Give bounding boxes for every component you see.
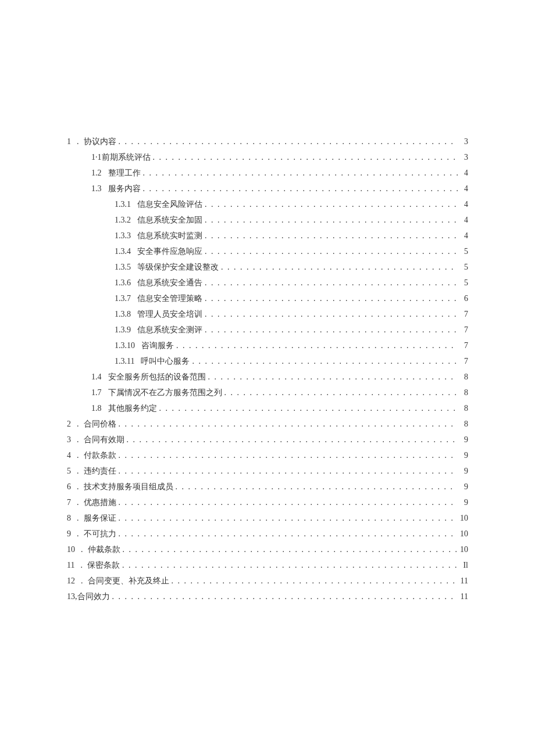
toc-leader-dots: . . . . . . . . . . . . . . . . . . . . … [116,447,458,463]
toc-entry-separator: . [73,432,84,447]
toc-entry-number: 2 [67,416,73,432]
toc-entry-page: 4 [458,181,468,196]
toc-entry-separator: . [73,447,84,463]
toc-entry-number: 4 [67,447,73,463]
toc-entry-page: 7 [458,338,468,353]
toc-entry-separator: . [73,463,84,479]
toc-entry: 1.3 服务内容. . . . . . . . . . . . . . . . … [67,181,468,196]
toc-entry-page: 4 [458,212,468,228]
toc-entry-page: 3 [458,149,468,165]
toc-leader-dots: . . . . . . . . . . . . . . . . . . . . … [151,149,458,165]
toc-leader-dots: . . . . . . . . . . . . . . . . . . . . … [202,212,456,228]
toc-entry: 9 .不可抗力. . . . . . . . . . . . . . . . .… [67,526,468,542]
toc-entry-number: 1.3.8 [115,306,133,322]
toc-entry-number: 3 [67,432,73,447]
toc-entry-page: 4 [458,165,468,181]
toc-entry-number: 1.3.11 [115,353,137,369]
toc-entry-page: 7 [458,306,468,322]
toc-leader-dots: . . . . . . . . . . . . . . . . . . . . … [124,432,458,447]
toc-entry-title: 信息系统实时监测 [137,228,202,243]
toc-entry-page: 8 [458,416,468,432]
toc-entry-title: 不可抗力 [84,526,116,542]
toc-entry-page: 3 [458,134,468,149]
toc-entry-title: 信息安全风险评估 [137,196,202,212]
toc-leader-dots: . . . . . . . . . . . . . . . . . . . . … [116,134,458,149]
toc-leader-dots: . . . . . . . . . . . . . . . . . . . . … [157,400,458,416]
toc-entry-title: 服务内容 [108,181,141,196]
toc-entry: 11 .保密条款. . . . . . . . . . . . . . . . … [67,557,468,573]
toc-entry-page: Il [458,557,468,573]
toc-entry: 1 .协议内容. . . . . . . . . . . . . . . . .… [67,134,468,149]
toc-leader-dots: . . . . . . . . . . . . . . . . . . . . … [116,463,458,479]
toc-entry-page: 9 [458,479,468,495]
toc-entry: 1.3.8 管理人员安全培训. . . . . . . . . . . . . … [67,306,468,322]
toc-entry-page: 4 [458,196,468,212]
toc-entry-page: 10 [458,542,468,557]
toc-leader-dots: . . . . . . . . . . . . . . . . . . . . … [202,291,456,306]
toc-leader-dots: . . . . . . . . . . . . . . . . . . . . … [202,196,458,212]
toc-entry-title: 管理人员安全培训 [137,306,202,322]
toc-entry-title: 合同有效期 [84,432,124,447]
toc-leader-dots: . . . . . . . . . . . . . . . . . . . . … [202,322,458,338]
toc-entry-separator: . [77,573,88,589]
toc-entry: 6 .技术支持服务项目组成员. . . . . . . . . . . . . … [67,479,468,495]
toc-leader-dots: . . . . . . . . . . . . . . . . . . . . … [219,259,456,275]
toc-entry-number: 1.3 [91,181,104,196]
toc-entry-number: 1.4 [91,369,104,385]
toc-entry-separator: . [73,495,84,510]
toc-entry: 4 .付款条款. . . . . . . . . . . . . . . . .… [67,447,468,463]
toc-entry-number: 1.3.3 [115,228,133,243]
toc-entry-page: 5 [458,259,468,275]
toc-leader-dots: . . . . . . . . . . . . . . . . . . . . … [202,306,458,322]
toc-entry-page: 8 [458,369,468,385]
toc-entry-title: 1·1前期系统评估 [91,149,151,165]
toc-entry-page: 10 [458,526,468,542]
toc-entry-number: 7 [67,495,73,510]
toc-entry-title: 信息安全管理策略 [137,291,202,306]
toc-entry-number: 11 [67,557,77,573]
toc-entry-title: 安全服务所包括的设备范围 [108,369,206,385]
toc-entry: 1.3.10 咨询服务. . . . . . . . . . . . . . .… [67,338,468,353]
toc-entry-number: 8 [67,510,73,526]
toc-entry-separator: . [77,557,87,573]
toc-leader-dots: . . . . . . . . . . . . . . . . . . . . … [174,338,458,353]
toc-entry-number: 1.2 [91,165,104,181]
toc-entry-page: 11 [458,573,468,589]
toc-entry-separator: . [73,510,84,526]
toc-entry-separator: . [73,479,84,495]
toc-leader-dots: . . . . . . . . . . . . . . . . . . . . … [206,369,458,385]
toc-entry: 13,合同效力. . . . . . . . . . . . . . . . .… [67,589,468,604]
toc-entry: 1.7 下属情况不在乙方服务范围之列. . . . . . . . . . . … [67,385,468,400]
toc-leader-dots: . . . . . . . . . . . . . . . . . . . . … [173,479,456,495]
toc-entry-number: 1.3.9 [115,322,133,338]
toc-entry: 12 .合同变更、补充及终止. . . . . . . . . . . . . … [67,573,468,589]
toc-leader-dots: . . . . . . . . . . . . . . . . . . . . … [110,589,458,604]
toc-entry-number: 6 [67,479,73,495]
toc-entry-page: 9 [458,463,468,479]
toc-entry-page: 5 [458,243,468,259]
toc-entry-title: 13,合同效力 [67,589,110,604]
toc-entry: 7 .优惠措施. . . . . . . . . . . . . . . . .… [67,495,468,510]
toc-entry: 1.3.6 信息系统安全通告. . . . . . . . . . . . . … [67,275,468,291]
toc-entry-page: 9 [458,447,468,463]
toc-entry-number: 1.3.5 [115,259,133,275]
toc-entry-number: 1 [67,134,73,149]
toc-entry: 1.3.3 信息系统实时监测. . . . . . . . . . . . . … [67,228,468,243]
toc-entry-title: 信息系统安全测评 [137,322,202,338]
toc-entry-page: 9 [458,432,468,447]
toc-entry-title: 付款条款 [84,447,116,463]
toc-entry-title: 保密条款 [87,557,120,573]
toc-entry: 1.3.9 信息系统安全测评. . . . . . . . . . . . . … [67,322,468,338]
toc-entry-number: 1.3.6 [115,275,133,291]
toc-entry: 1·1前期系统评估. . . . . . . . . . . . . . . .… [67,149,468,165]
toc-entry-number: 1.3.7 [115,291,133,306]
toc-leader-dots: . . . . . . . . . . . . . . . . . . . . … [202,243,456,259]
toc-entry-page: 5 [458,275,468,291]
toc-leader-dots: . . . . . . . . . . . . . . . . . . . . … [190,353,458,369]
toc-entry-number: 1.8 [91,400,104,416]
toc-entry-page: 6 [458,291,468,306]
toc-entry-number: 12 [67,573,77,589]
toc-entry-title: 呼叫中心服务 [141,353,190,369]
toc-entry-title: 咨询服务 [141,338,174,353]
toc-entry-page: 4 [458,228,468,243]
